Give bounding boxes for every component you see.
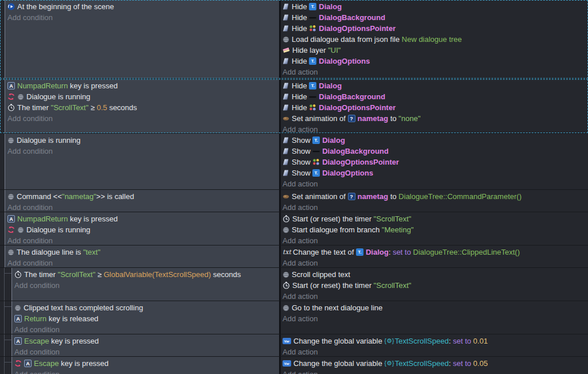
text-segment: Dialog xyxy=(366,248,389,256)
visibility-icon xyxy=(283,82,289,89)
action-line[interactable]: Start (or reset) the timer "ScrollText" xyxy=(283,213,586,224)
text-segment: TextScrollSpeed xyxy=(395,359,449,368)
action-line[interactable]: VarChange the global variable {⚙}TextScr… xyxy=(283,336,586,346)
question-object-icon: ? xyxy=(348,193,355,200)
text-segment: ≥ xyxy=(88,103,96,112)
text-segment: Start (or reset) the timer xyxy=(292,281,374,290)
action-line[interactable]: Set animation of ?nametag to DialogueTre… xyxy=(283,191,586,202)
condition-line[interactable]: Dialogue is running xyxy=(7,224,276,235)
action-line[interactable]: Hide DialogBackground xyxy=(283,91,586,102)
add-condition-link[interactable]: Add condition xyxy=(14,280,276,291)
condition-line[interactable]: The timer "ScrollText" ≥ GlobalVariable(… xyxy=(14,269,276,280)
add-condition-link[interactable]: Add condition xyxy=(7,113,276,124)
text-segment: The timer xyxy=(17,103,51,112)
text-segment: Dialog xyxy=(322,136,345,145)
condition-line[interactable]: Dialogue is running xyxy=(7,135,276,146)
action-line[interactable]: Start dialogue from branch "Meeting" xyxy=(283,224,586,235)
action-line[interactable]: Show DialogBackground xyxy=(283,146,586,157)
action-line[interactable]: Hide DialogBackground xyxy=(283,12,586,23)
action-line[interactable]: Hide T.Dialog xyxy=(283,80,586,91)
add-condition-link[interactable]: Add condition xyxy=(7,12,276,23)
conditions-column: The dialogue line is "text"Add condition xyxy=(0,246,279,267)
question-object-icon: ? xyxy=(348,115,355,122)
add-condition-link[interactable]: Add condition xyxy=(7,258,276,268)
action-line[interactable]: txtChange the text of T.Dialog: set to D… xyxy=(283,247,586,258)
text-segment: Start dialogue from branch xyxy=(292,225,382,234)
add-action-link[interactable]: Add action xyxy=(283,258,586,268)
subevent-rail xyxy=(4,357,5,374)
add-action-link[interactable]: Add action xyxy=(283,178,586,189)
condition-line[interactable]: ANumpadReturn key is pressed xyxy=(7,213,276,224)
action-line[interactable]: Show T.Dialog xyxy=(283,135,586,146)
add-action-link[interactable]: Add action xyxy=(283,235,586,246)
condition-line[interactable]: Dialogue is running xyxy=(7,91,276,102)
yarnball-icon xyxy=(14,305,21,311)
action-line[interactable]: Hide DialogOptionsPointer xyxy=(283,102,586,113)
add-condition-link[interactable]: Add condition xyxy=(7,146,276,157)
txt-icon: txt xyxy=(283,248,291,256)
add-condition-link[interactable]: Add condition xyxy=(7,235,276,246)
text-segment: Go to the next dialogue line xyxy=(292,303,382,312)
action-line[interactable]: Show DialogOptionsPointer xyxy=(283,157,586,167)
text-segment: DialogOptionsPointer xyxy=(319,24,396,33)
braces-icon: {⚙} xyxy=(384,360,394,367)
text-segment: "ScrollText" xyxy=(374,215,412,223)
add-action-link[interactable]: Add action xyxy=(283,202,586,212)
text-segment: Return xyxy=(24,314,47,323)
action-line[interactable]: Set animation of ?nametag to "none" xyxy=(283,113,586,124)
paw-icon xyxy=(309,25,316,32)
action-line[interactable]: Scroll clipped text xyxy=(283,269,586,280)
paw-icon xyxy=(312,158,320,166)
condition-line[interactable]: The dialogue line is "text" xyxy=(7,247,276,258)
text-segment: Hide xyxy=(292,92,309,101)
add-action-link[interactable]: Add action xyxy=(283,124,586,134)
add-action-link[interactable]: Add action xyxy=(283,313,586,324)
condition-line[interactable]: AEscape key is pressed xyxy=(14,336,276,346)
var-icon: Var xyxy=(283,338,291,344)
condition-line[interactable]: Clipped text has completed scrolling xyxy=(14,302,276,313)
visibility-icon xyxy=(283,158,289,166)
action-line[interactable]: VarChange the global variable {⚙}TextScr… xyxy=(283,358,586,369)
text-object-icon: T. xyxy=(309,82,316,89)
action-line[interactable]: Go to the next dialogue line xyxy=(283,302,586,313)
action-line[interactable]: Hide T.Dialog xyxy=(283,1,586,12)
visibility-icon xyxy=(283,14,289,21)
action-line[interactable]: Hide layer "UI" xyxy=(283,45,586,56)
text-segment: : xyxy=(389,248,393,256)
action-line[interactable]: Hide DialogOptionsPointer xyxy=(283,23,586,34)
actions-column: VarChange the global variable {⚙}TextScr… xyxy=(281,357,588,374)
text-segment: NumpadReturn xyxy=(17,81,68,90)
condition-line[interactable]: AReturn key is released xyxy=(14,313,276,324)
text-segment: DialogOptionsPointer xyxy=(322,158,399,166)
text-segment: Scroll clipped text xyxy=(292,270,350,279)
condition-line[interactable]: Command <<"nametag">> is called xyxy=(7,191,276,202)
add-condition-link[interactable]: Add condition xyxy=(14,346,276,357)
condition-line[interactable]: The timer "ScrollText" ≥ 0.5 seconds xyxy=(7,102,276,113)
add-action-link[interactable]: Add action xyxy=(283,346,586,357)
yarnball-icon xyxy=(283,227,289,233)
line-icon xyxy=(309,14,316,21)
yarnball-icon xyxy=(7,193,14,200)
text-segment: set to xyxy=(453,337,471,345)
text-object-icon: T. xyxy=(356,248,363,256)
condition-line[interactable]: ANumpadReturn key is pressed xyxy=(7,80,276,91)
add-action-link[interactable]: Add action xyxy=(283,369,586,374)
action-line[interactable]: Load dialogue data from json file New di… xyxy=(283,34,586,45)
add-condition-link[interactable]: Add condition xyxy=(14,369,276,374)
action-line[interactable]: Hide T.DialogOptions xyxy=(283,56,586,67)
add-condition-link[interactable]: Add condition xyxy=(7,202,276,212)
text-segment: key is pressed xyxy=(68,215,118,223)
yarnball-icon xyxy=(283,36,289,43)
action-line[interactable]: Show T.DialogOptions xyxy=(283,167,586,178)
add-action-link[interactable]: Add action xyxy=(283,67,586,77)
timer-icon xyxy=(14,271,22,278)
add-action-link[interactable]: Add action xyxy=(283,291,586,301)
condition-line[interactable]: AEscape key is pressed xyxy=(14,358,276,369)
action-line[interactable]: Start (or reset) the timer "ScrollText" xyxy=(283,280,586,291)
conditions-block: Dialogue is runningAdd condition xyxy=(5,134,279,189)
keyboard-icon: A xyxy=(14,337,22,345)
yarnball-icon xyxy=(283,271,289,278)
add-condition-link[interactable]: Add condition xyxy=(14,324,276,334)
condition-line[interactable]: At the beginning of the scene xyxy=(7,1,276,12)
text-segment: seconds xyxy=(211,270,241,279)
